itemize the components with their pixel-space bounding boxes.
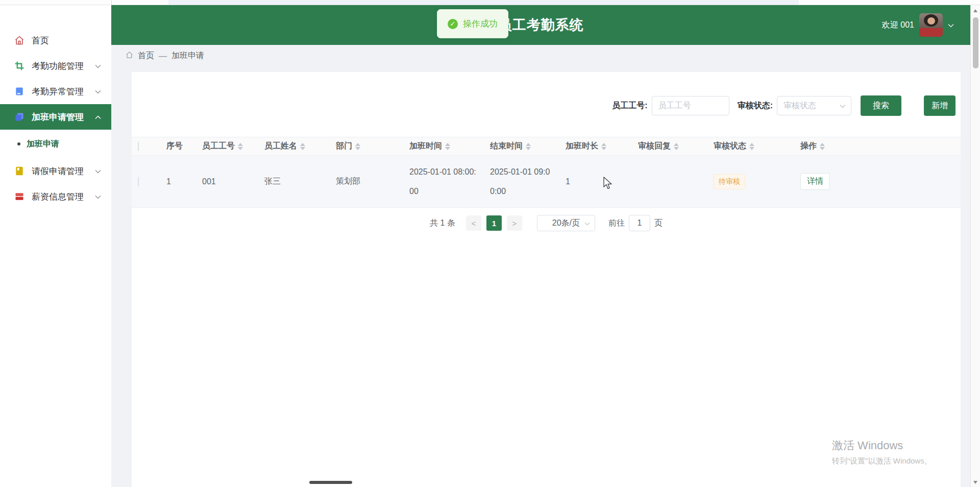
browser-tab-zone <box>168 0 799 5</box>
chevron-down-icon <box>948 20 954 30</box>
select-all-checkbox[interactable] <box>138 141 139 151</box>
breadcrumb-home-icon <box>126 51 133 61</box>
sidebar-item-label: 加班申请管理 <box>32 111 84 123</box>
sidebar: 首页 考勤功能管理 考勤异常管理 加班申请管理 加班申请 <box>0 5 111 487</box>
employee-id-label: 员工工号: <box>612 101 647 111</box>
app-header: 员工考勤系统 欢迎 001 <box>111 5 970 45</box>
sidebar-item-label: 薪资信息管理 <box>32 191 84 203</box>
vertical-scrollbar[interactable] <box>970 5 980 487</box>
chevron-down-icon <box>584 218 590 228</box>
watermark-line2: 转到"设置"以激活 Windows。 <box>832 456 932 466</box>
page-size-value: 20条/页 <box>552 218 580 229</box>
review-status-placeholder: 审核状态 <box>783 101 816 111</box>
attendance-exception-icon <box>14 86 24 96</box>
breadcrumb-current: 加班申请 <box>172 51 204 61</box>
add-button[interactable]: 新增 <box>924 95 955 116</box>
pagination-prev-button[interactable]: < <box>466 215 481 231</box>
review-status-select[interactable]: 审核状态 <box>777 96 851 115</box>
overtime-management-icon <box>14 112 24 122</box>
chevron-down-icon <box>840 101 846 110</box>
browser-top-strip <box>0 0 980 5</box>
goto-label: 前往 <box>608 218 625 229</box>
cell-employee-id: 001 <box>196 156 258 208</box>
review-status-label: 审核状态: <box>738 101 773 111</box>
column-header-overtime-end[interactable]: 结束时间 <box>484 137 559 156</box>
user-menu[interactable]: 欢迎 001 <box>882 13 954 37</box>
avatar[interactable] <box>919 13 943 37</box>
cell-department: 策划部 <box>330 156 403 208</box>
sort-caret-icon[interactable] <box>601 143 606 150</box>
pagination-next-button[interactable]: > <box>507 215 522 231</box>
scrollbar-thumb[interactable] <box>973 17 978 68</box>
scrollbar-down-arrow-icon[interactable] <box>973 481 977 484</box>
cell-overtime-start: 2025-01-01 08:00:00 <box>403 156 484 208</box>
breadcrumb-home[interactable]: 首页 <box>138 51 154 61</box>
table-row[interactable]: 1 001 张三 策划部 2025-01-01 08:00:00 2025-01… <box>132 156 961 208</box>
sidebar-item-label: 请假申请管理 <box>32 165 84 177</box>
sort-caret-icon[interactable] <box>674 143 679 150</box>
sidebar-item-home[interactable]: 首页 <box>0 28 111 53</box>
chevron-down-icon <box>95 86 101 96</box>
breadcrumb-separator: — <box>159 52 167 61</box>
filter-toolbar: 员工工号: 审核状态: 审核状态 搜索 新增 <box>612 95 955 116</box>
status-badge: 待审核 <box>714 174 745 189</box>
cell-review-reply <box>632 156 707 208</box>
leave-management-icon <box>14 166 24 176</box>
cell-review-status: 待审核 <box>707 156 794 208</box>
column-header-index: 序号 <box>160 137 196 156</box>
table-header-row: 序号 员工工号 员工姓名 部门 加班时间 结束时间 加班时长 审核回复 审核状态… <box>132 137 961 156</box>
employee-id-input[interactable] <box>652 96 729 115</box>
page-size-select[interactable]: 20条/页 <box>537 215 595 231</box>
pagination-page-1[interactable]: 1 <box>486 215 502 231</box>
cell-overtime-end: 2025-01-01 09:00:00 <box>484 156 559 208</box>
horizontal-scrollbar-thumb[interactable] <box>309 481 352 484</box>
page-title: 员工考勤系统 <box>498 16 584 34</box>
success-check-icon: ✓ <box>448 19 458 29</box>
toast-message: 操作成功 <box>463 18 498 30</box>
sort-caret-icon[interactable] <box>445 143 450 150</box>
success-toast: ✓ 操作成功 <box>437 9 508 38</box>
chevron-down-icon <box>95 166 101 176</box>
welcome-text: 欢迎 001 <box>882 20 914 31</box>
sort-caret-icon[interactable] <box>300 143 305 150</box>
goto-page-input[interactable] <box>629 215 650 231</box>
bullet-icon <box>17 142 20 145</box>
sidebar-item-label: 首页 <box>32 35 49 46</box>
overtime-table: 序号 员工工号 员工姓名 部门 加班时间 结束时间 加班时长 审核回复 审核状态… <box>132 137 961 208</box>
cell-actions: 详情 <box>794 156 961 208</box>
column-header-actions[interactable]: 操作 <box>794 137 961 156</box>
row-checkbox[interactable] <box>138 177 139 186</box>
column-header-department[interactable]: 部门 <box>330 137 403 156</box>
cell-duration: 1 <box>559 156 632 208</box>
sidebar-item-leave-management[interactable]: 请假申请管理 <box>0 158 111 184</box>
sidebar-item-overtime-management[interactable]: 加班申请管理 <box>0 104 111 130</box>
scrollbar-up-arrow-icon[interactable] <box>973 9 977 12</box>
sort-caret-icon[interactable] <box>355 143 360 150</box>
sidebar-subitem-label: 加班申请 <box>27 139 59 150</box>
column-header-review-reply[interactable]: 审核回复 <box>632 137 707 156</box>
sidebar-subitem-overtime-apply[interactable]: 加班申请 <box>0 130 111 158</box>
browser-tab-divider <box>111 0 112 5</box>
sort-caret-icon[interactable] <box>820 143 825 150</box>
breadcrumb: 首页 — 加班申请 <box>126 51 204 61</box>
column-header-overtime-start[interactable]: 加班时间 <box>403 137 484 156</box>
chevron-down-icon <box>95 61 101 71</box>
sort-caret-icon[interactable] <box>526 143 531 150</box>
column-header-review-status[interactable]: 审核状态 <box>707 137 794 156</box>
sidebar-item-attendance-exception[interactable]: 考勤异常管理 <box>0 79 111 104</box>
column-header-name[interactable]: 员工姓名 <box>258 137 330 156</box>
sidebar-item-attendance-function[interactable]: 考勤功能管理 <box>0 53 111 79</box>
detail-button[interactable]: 详情 <box>800 173 830 190</box>
column-header-duration[interactable]: 加班时长 <box>559 137 632 156</box>
home-icon <box>14 35 24 45</box>
sidebar-item-label: 考勤功能管理 <box>32 60 84 72</box>
column-header-employee-id[interactable]: 员工工号 <box>196 137 258 156</box>
sort-caret-icon[interactable] <box>749 143 754 150</box>
sort-caret-icon[interactable] <box>238 143 243 150</box>
page-unit-label: 页 <box>654 218 663 229</box>
chevron-up-icon <box>95 112 101 122</box>
sidebar-item-salary-management[interactable]: 薪资信息管理 <box>0 184 111 209</box>
cell-index: 1 <box>160 156 196 208</box>
cell-name: 张三 <box>258 156 330 208</box>
search-button[interactable]: 搜索 <box>861 95 901 116</box>
